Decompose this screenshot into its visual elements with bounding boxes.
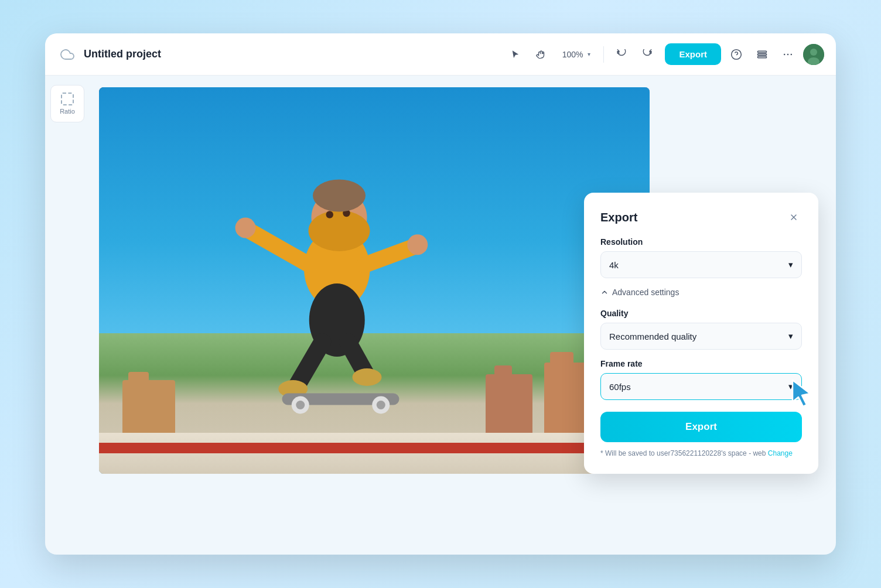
svg-point-5 [787, 53, 789, 55]
frame-rate-value: 60fps [609, 382, 631, 392]
main-content: Ratio [45, 76, 836, 555]
chevron-up-icon [600, 288, 609, 296]
resolution-selector[interactable]: 4k ▾ [600, 251, 802, 278]
toolbar: Untitled project 100% ▾ [45, 33, 836, 76]
svg-point-14 [235, 218, 256, 238]
red-stripe [99, 443, 650, 453]
panel-header: Export [600, 209, 802, 225]
canvas-area: Export Resolution 4k ▾ [90, 76, 836, 555]
ratio-label: Ratio [60, 108, 75, 115]
svg-marker-32 [793, 380, 810, 406]
resolution-value: 4k [609, 260, 619, 270]
svg-point-21 [353, 368, 382, 386]
cloud-icon [60, 47, 74, 61]
svg-point-25 [296, 401, 305, 409]
avatar[interactable] [803, 44, 824, 65]
svg-point-29 [313, 180, 366, 212]
zoom-chevron-icon: ▾ [588, 51, 590, 57]
layers-icon [756, 49, 768, 60]
save-note: * Will be saved to user7356221120228's s… [600, 449, 802, 457]
zoom-selector[interactable]: 100% ▾ [556, 46, 597, 63]
redo-icon [642, 49, 653, 60]
svg-point-8 [810, 49, 817, 56]
resolution-field: Resolution 4k ▾ [600, 237, 802, 278]
building-3 [122, 380, 175, 439]
svg-rect-2 [758, 53, 767, 55]
save-note-prefix: * Will be saved to user7356221120228's s… [600, 449, 766, 457]
project-title: Untitled project [84, 48, 161, 60]
svg-rect-3 [758, 56, 767, 58]
ratio-icon [61, 93, 74, 105]
help-icon [730, 49, 742, 60]
svg-point-27 [326, 211, 334, 218]
frame-rate-label: Frame rate [600, 359, 802, 368]
change-link[interactable]: Change [768, 449, 793, 457]
toolbar-left: Untitled project [57, 44, 498, 65]
svg-point-4 [784, 53, 786, 55]
toolbar-divider [603, 46, 604, 63]
layers-button[interactable] [752, 44, 773, 65]
video-background [99, 87, 650, 474]
svg-point-0 [732, 49, 742, 59]
frame-rate-selector[interactable]: 60fps ▾ [600, 373, 802, 400]
cursor-pointer-icon [787, 377, 819, 409]
ratio-button[interactable]: Ratio [50, 85, 84, 122]
redo-button[interactable] [637, 44, 658, 65]
frame-rate-field: Frame rate 60fps ▾ [600, 359, 802, 400]
undo-button[interactable] [611, 44, 632, 65]
export-action-button[interactable]: Export [600, 412, 802, 442]
close-panel-button[interactable] [786, 209, 802, 225]
video-frame [99, 87, 650, 474]
help-button[interactable] [726, 44, 747, 65]
resolution-chevron-icon: ▾ [788, 259, 793, 270]
toolbar-right: Export [665, 43, 824, 65]
quality-chevron-icon: ▾ [788, 331, 793, 341]
left-sidebar: Ratio [45, 76, 90, 555]
svg-line-13 [245, 228, 310, 265]
svg-point-6 [791, 53, 793, 55]
skater-figure [216, 122, 450, 415]
close-icon [789, 213, 798, 222]
svg-rect-1 [758, 51, 767, 53]
svg-point-12 [309, 210, 370, 251]
cursor-overlay [787, 377, 819, 411]
advanced-settings-label: Advanced settings [612, 288, 679, 297]
quality-value: Recommended quality [609, 331, 696, 341]
advanced-settings-toggle[interactable]: Advanced settings [600, 288, 802, 297]
app-window: Untitled project 100% ▾ [45, 33, 836, 555]
quality-label: Quality [600, 309, 802, 318]
export-panel-title: Export [600, 211, 637, 224]
svg-point-16 [407, 234, 428, 255]
cloud-save-button[interactable] [57, 44, 78, 65]
select-tool-button[interactable] [505, 44, 526, 65]
ramp [99, 433, 650, 474]
svg-line-18 [297, 342, 323, 386]
hand-tool-button[interactable] [531, 44, 552, 65]
undo-icon [616, 49, 627, 60]
svg-point-26 [377, 401, 385, 409]
resolution-label: Resolution [600, 237, 802, 247]
select-tool-icon [510, 49, 521, 60]
more-options-button[interactable] [777, 44, 798, 65]
quality-selector[interactable]: Recommended quality ▾ [600, 323, 802, 350]
export-header-button[interactable]: Export [665, 43, 721, 65]
quality-field: Quality Recommended quality ▾ [600, 309, 802, 350]
building-2 [486, 374, 532, 439]
more-options-icon [782, 49, 794, 60]
export-panel: Export Resolution 4k ▾ [584, 193, 818, 474]
hand-tool-icon [536, 49, 547, 60]
toolbar-center: 100% ▾ [505, 44, 658, 65]
avatar-image [803, 44, 824, 65]
zoom-value: 100% [562, 50, 583, 59]
